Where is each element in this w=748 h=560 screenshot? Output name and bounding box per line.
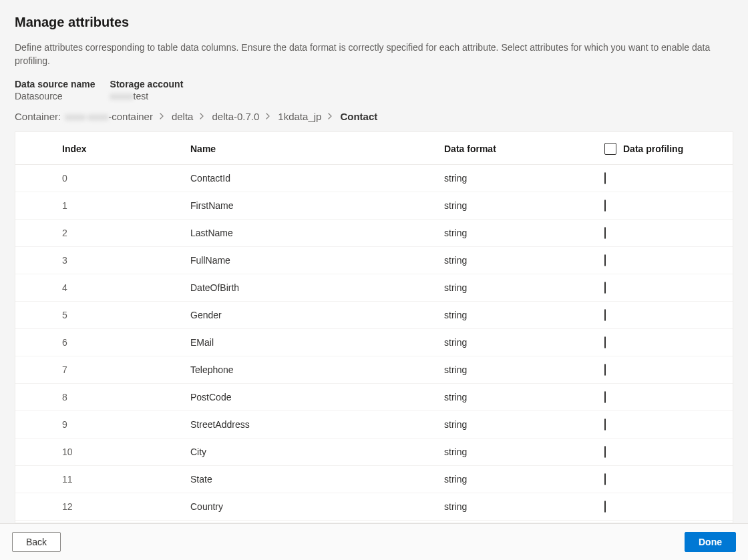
select-all-checkbox[interactable] [604,143,616,155]
cell-name: City [182,438,436,465]
profiling-checkbox[interactable] [604,309,606,321]
cell-profiling [596,164,733,192]
cell-format: string [436,465,596,493]
cell-format: string [436,383,596,410]
cell-format: string [436,410,596,438]
profiling-checkbox[interactable] [604,282,606,294]
cell-index: 10 [15,438,182,465]
storage-value: xxxxxtest [110,91,184,101]
cell-format: string [436,356,596,383]
profiling-checkbox[interactable] [604,336,606,348]
profiling-checkbox[interactable] [604,446,606,458]
table-row: 9StreetAddressstring [15,410,733,438]
col-header-profiling-label: Data profiling [623,144,683,154]
done-button[interactable]: Done [685,532,736,552]
storage-value-blurred: xxxxx [110,91,134,101]
table-row: 0ContactIdstring [15,164,733,192]
cell-profiling [596,356,733,383]
col-header-index[interactable]: Index [15,132,182,165]
cell-index: 6 [15,328,182,356]
cell-name: Telephone [182,356,436,383]
cell-profiling [596,493,733,520]
storage-block: Storage account xxxxxtest [110,79,184,101]
breadcrumb-item[interactable]: delta-0.7.0 [212,111,259,122]
attributes-tbody: 0ContactIdstring1FirstNamestring2LastNam… [15,164,733,520]
cell-name: Gender [182,301,436,328]
datasource-label: Data source name [15,79,96,89]
cell-index: 9 [15,410,182,438]
page-title: Manage attributes [15,15,733,30]
cell-index: 5 [15,301,182,328]
breadcrumb-container-suffix: -container [108,111,153,122]
chevron-right-icon [160,113,165,119]
breadcrumb-container[interactable]: xxxx-xxxx-container [65,111,153,122]
cell-format: string [436,219,596,246]
table-row: 3FullNamestring [15,246,733,274]
cell-name: ContactId [182,164,436,192]
back-button[interactable]: Back [12,532,61,552]
cell-name: State [182,465,436,493]
datasource-value: Datasource [15,91,96,101]
table-row: 1FirstNamestring [15,192,733,219]
cell-index: 4 [15,274,182,301]
cell-format: string [436,164,596,192]
cell-name: StreetAddress [182,410,436,438]
profiling-checkbox[interactable] [604,391,606,403]
cell-profiling [596,465,733,493]
breadcrumb-item[interactable]: 1kdata_jp [278,111,321,122]
table-row: 6EMailstring [15,328,733,356]
profiling-checkbox[interactable] [604,227,606,239]
cell-format: string [436,493,596,520]
chevron-right-icon [266,113,271,119]
breadcrumb-item[interactable]: delta [172,111,194,122]
cell-profiling [596,410,733,438]
profiling-checkbox[interactable] [604,200,606,212]
storage-label: Storage account [110,79,184,89]
table-row: 7Telephonestring [15,356,733,383]
profiling-checkbox[interactable] [604,172,606,184]
cell-index: 11 [15,465,182,493]
chevron-right-icon [328,113,333,119]
table-row: 2LastNamestring [15,219,733,246]
cell-format: string [436,301,596,328]
table-row: 4DateOfBirthstring [15,274,733,301]
col-header-profiling[interactable]: Data profiling [596,132,733,165]
profiling-checkbox[interactable] [604,418,606,431]
cell-index: 12 [15,493,182,520]
cell-profiling [596,274,733,301]
table-row: 12Countrystring [15,493,733,520]
profiling-checkbox[interactable] [604,501,606,513]
breadcrumb: Container: xxxx-xxxx-container deltadelt… [15,111,733,122]
col-header-name[interactable]: Name [182,132,436,165]
cell-index: 0 [15,164,182,192]
meta-row: Data source name Datasource Storage acco… [15,79,733,101]
cell-profiling [596,438,733,465]
cell-name: FirstName [182,192,436,219]
profiling-checkbox[interactable] [604,364,606,376]
cell-index: 7 [15,356,182,383]
table-row: 10Citystring [15,438,733,465]
attributes-table-wrap: Index Name Data format Data profiling 0C… [15,131,733,523]
cell-format: string [436,328,596,356]
cell-name: Country [182,493,436,520]
cell-index: 2 [15,219,182,246]
cell-index: 8 [15,383,182,410]
breadcrumb-container-blurred: xxxx-xxxx [65,111,108,122]
table-row: 5Genderstring [15,301,733,328]
cell-name: DateOfBirth [182,274,436,301]
cell-index: 1 [15,192,182,219]
cell-profiling [596,246,733,274]
cell-profiling [596,301,733,328]
cell-index: 3 [15,246,182,274]
cell-format: string [436,246,596,274]
breadcrumb-lead: Container: [15,111,61,122]
profiling-checkbox[interactable] [604,473,606,485]
profiling-checkbox[interactable] [604,254,606,266]
breadcrumb-item: Contact [340,111,377,122]
table-row: 11Statestring [15,465,733,493]
col-header-format[interactable]: Data format [436,132,596,165]
cell-format: string [436,192,596,219]
cell-profiling [596,192,733,219]
cell-profiling [596,219,733,246]
datasource-block: Data source name Datasource [15,79,96,101]
